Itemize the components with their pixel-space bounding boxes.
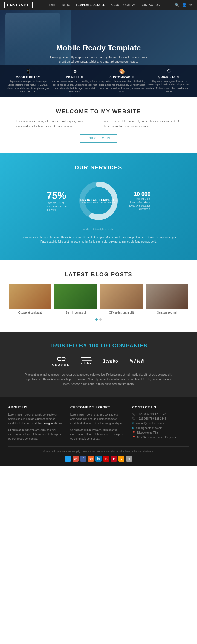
social-row: t g+ f rss in yt p e s [8,456,189,462]
nav-links: HOME BLOG TEMPLATE DETAILS ABOUT JOOMLA!… [47,3,160,7]
feature-powerful-title: POWERFUL [51,76,99,79]
social-rss[interactable]: rss [88,456,94,462]
footer-about-text2: Ut enim ad minim veniam, quis nostrud ex… [8,428,65,441]
footer: ABOUT US Lorem ipsum dolor sit amet, con… [0,397,197,466]
blog-card-4: Quisque sed nisl [146,284,188,314]
top-navigation: ENVISAGE HOME BLOG TEMPLATE DETAILS ABOU… [0,0,197,10]
social-linkedin[interactable]: in [95,456,102,462]
brand-adidas: adidas [81,357,92,365]
social-etsy[interactable]: e [118,456,124,462]
feature-bar: 📱 MOBILE READY Aliquam erat volutpat. Pe… [0,65,197,97]
blog-image-4 [146,284,188,309]
footer-about-title: ABOUT US [8,405,65,409]
nav-blog[interactable]: BLOG [62,3,70,7]
trusted-section: TRUSTED BY 100 000 COMPANIES ⊂⊃ CHANEL a… [0,332,197,397]
search-icon[interactable]: 🔍 [175,3,179,7]
contact-address2: 📍 06 78A London United Kingdom [132,436,189,439]
stat-right-sub: Full of built-in features! used and love… [129,197,150,211]
feature-quickstart-title: QUICK START [146,76,193,79]
email-icon: ✉ [132,422,134,425]
blog-caption-2: Sunt in culpa qui [54,311,97,314]
welcome-columns: Praesent nunc nulla, interdum eu tortor … [16,119,181,129]
find-out-button[interactable]: FIND OUT MORE [80,134,117,143]
nav-template-details[interactable]: TEMPLATE DETAILS [76,3,105,7]
email-icon-2: ✉ [132,427,134,430]
edit-icon[interactable]: ✏ [189,3,193,7]
blog-card-2: Sunt in culpa qui [54,284,97,314]
brand-tchibo: Tchibo [103,358,118,364]
blog-image-2 [54,284,97,309]
social-twitter[interactable]: t [65,456,71,462]
footer-support: CUSTOMER SUPPORT Lorem ipsum dolor sit a… [70,405,127,441]
social-youtube[interactable]: yt [103,456,109,462]
donut-chart: ENVISAGE TEMPLATE Fully Responsive Jooml… [77,179,120,223]
social-other[interactable]: s [126,456,132,462]
paint-icon: 🎨 [99,69,146,75]
social-pinterest[interactable]: p [111,456,117,462]
contact-phone2: 📞 +123 056 789 123 2345 [132,417,189,420]
user-icon[interactable]: 👤 [182,3,187,7]
welcome-title: WELCOME TO MY WEBSITE [16,108,181,115]
footer-copyright: © 2015 Add your web site copyright infor… [8,450,189,453]
welcome-col-right: Lorem ipsum dolor sit amet, consectetur … [103,119,181,129]
contact-email1: ✉ contact@contactus.com [132,422,189,425]
blog-image-1 [9,284,51,309]
stat-right: 10 000 Full of built-in features! used a… [129,191,150,211]
feature-quickstart-desc: Aliquam in felis ligula. Phasellus scele… [146,80,193,93]
blog-caption-3: Officia desrunt mollit [100,311,143,314]
blog-image-3 [100,284,143,309]
welcome-col-left: Praesent nunc nulla, interdum eu tortor … [16,119,94,129]
hero-title: Mobile Ready Template [49,43,148,52]
brand-chanel: ⊂⊃ CHANEL [52,355,70,367]
footer-contact-title: CONTACT US [132,405,189,409]
donut-label: ENVISAGE TEMPLATE [80,198,117,201]
feature-powerful: ⚙ POWERFUL Nullam venenatis neque conval… [51,69,99,94]
social-facebook[interactable]: f [80,456,86,462]
nav-contact[interactable]: CONTACT US [141,3,160,7]
footer-support-title: CUSTOMER SUPPORT [70,405,127,409]
services-bottom-label: Modern Lightweight Creative [11,228,186,231]
contact-phone1: 📞 +123 056 789 123 1234 [132,413,189,416]
logo[interactable]: ENVISAGE [4,2,33,8]
services-description: Ut quis sodales elit, eget tincidunt lib… [19,235,178,244]
stat-percentage: 75% [47,190,68,201]
donut-center-text: ENVISAGE TEMPLATE Fully Responsive Jooml… [77,179,120,223]
brand-nike: NIKE [129,358,145,365]
blog-caption-4: Quisque sed nisl [146,311,188,314]
services-title: OUR SERVICES [11,164,186,171]
feature-mobile: 📱 MOBILE READY Aliquam erat volutpat. Pe… [4,69,51,94]
donut-sub: Fully Responsive Joomla Template [82,201,115,204]
blog-card-1: Occaecat cupidatat [9,284,51,314]
phone-icon-2: 📞 [132,417,135,420]
blog-title: LATEST BLOG POSTS [8,271,189,278]
clock-icon: ⏱ [146,69,193,74]
feature-mobile-desc: Aliquam erat volutpat. Pellentesque ultr… [4,80,51,94]
brand-logos: ⊂⊃ CHANEL adidas Tchibo NIKE [11,355,186,367]
services-section: OUR SERVICES 75% Used by 75% of business… [0,153,197,260]
blog-section: LATEST BLOG POSTS Occaecat cupidatat Sun… [0,260,197,332]
footer-about: ABOUT US Lorem ipsum dolor sit amet, con… [8,405,65,441]
blog-dot-1[interactable] [95,318,98,321]
footer-about-text: Lorem ipsum dolor sit amet, consectetur … [8,413,65,426]
blog-card-3: Officia desrunt mollit [100,284,143,314]
feature-customizable-title: CUSTOMIZABLE [99,76,146,79]
location-icon: 📍 [132,431,135,434]
location-icon-2: 📍 [132,436,135,439]
feature-customizable: 🎨 CUSTOMIZABLE Suspendisse laoreet orci … [99,69,146,94]
nav-home[interactable]: HOME [47,3,56,7]
stat-subtitle: Used by 75% of businesses around the wor… [47,201,68,212]
feature-quickstart: ⏱ QUICK START Aliquam in felis ligula. P… [146,69,193,94]
contact-address1: 📍 Nice Avenue 78a [132,431,189,434]
gear-icon: ⚙ [51,69,99,75]
footer-support-text: Lorem ipsum dolor sit amet, consectetur … [70,413,127,426]
nav-about[interactable]: ABOUT JOOMLA! [111,3,135,7]
footer-contact: CONTACT US 📞 +123 056 789 123 1234 📞 +12… [132,405,189,441]
blog-dot-2[interactable] [99,318,102,321]
stat-left: 75% Used by 75% of businesses around the… [47,190,68,212]
footer-support-text2: Ut enim ad minim veniam, quis nostrud ex… [70,428,127,441]
blog-caption-1: Occaecat cupidatat [9,311,51,314]
feature-powerful-desc: Nullam venenatis neque convallis, volutp… [51,80,99,94]
social-google[interactable]: g+ [73,456,79,462]
feature-mobile-title: MOBILE READY [4,76,51,79]
feature-customizable-desc: Suspendisse laoreet orci vitae nisi laci… [99,80,146,94]
